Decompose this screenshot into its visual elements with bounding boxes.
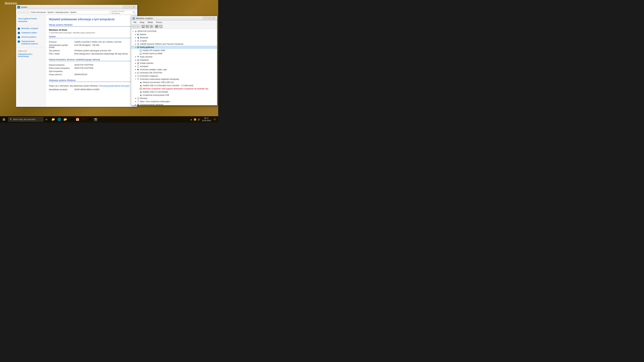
devmgr-maximize-button[interactable]: □ bbox=[207, 17, 211, 20]
svg-rect-40 bbox=[137, 60, 138, 60]
expand-gpu[interactable]: ▼ bbox=[134, 46, 137, 48]
svg-marker-51 bbox=[138, 69, 138, 70]
taskbar-app-display[interactable]: 🖥 bbox=[86, 116, 93, 123]
tree-item-baterie[interactable]: ▶ Baterie bbox=[131, 33, 217, 36]
toolbar-properties[interactable] bbox=[145, 25, 149, 28]
tree-label-usb-realtek: Realtek USB 2.0 Card Reader bbox=[143, 91, 168, 93]
taskbar-app-edge[interactable]: 🌐 bbox=[56, 116, 62, 123]
tree-item-sound[interactable]: ▶ Kontrolery dźwięku, wideo i gier bbox=[131, 68, 217, 71]
sidebar-divider bbox=[16, 25, 46, 25]
minimize-button[interactable]: ─ bbox=[123, 5, 127, 9]
tray-clock[interactable]: 06:17 19.03.2019 bbox=[201, 117, 212, 122]
close-button[interactable]: ✕ bbox=[132, 5, 136, 9]
ide-icon bbox=[137, 71, 140, 74]
expand-komputer[interactable]: ▶ bbox=[134, 65, 137, 68]
tree-item-keyboard[interactable]: ▶ Klawiatury bbox=[131, 58, 217, 62]
expand-mouse[interactable]: ▶ bbox=[134, 100, 137, 103]
sidebar-main-link[interactable]: Strona główna Panelu sterowania bbox=[16, 16, 46, 24]
taskbar-app-security[interactable]: 🛡 bbox=[80, 116, 86, 123]
expand-firmware[interactable]: ▶ bbox=[134, 103, 137, 105]
usb-unknown-icon: ! bbox=[140, 87, 142, 90]
taskbar-app-camera[interactable]: 📸 bbox=[93, 116, 99, 123]
tree-item-usb-composite[interactable]: 🔌 Urządzenie kompozytowe USB bbox=[131, 93, 217, 97]
expand-storage[interactable]: ▶ bbox=[134, 75, 137, 77]
tray-volume[interactable]: 🔊 bbox=[197, 116, 200, 123]
tray-network[interactable]: 📶 bbox=[194, 116, 196, 123]
tree-item-firmware[interactable]: ▶ Oprogramowanie układowe bbox=[131, 103, 217, 105]
tree-item-mouse[interactable]: ▶ Mysz i inne urządzenia wskazujące bbox=[131, 100, 217, 103]
tree-item-usb-realtek[interactable]: 🔌 Realtek USB 2.0 Card Reader bbox=[131, 90, 217, 93]
tree-item-usb-hub[interactable]: 🔌 Główny koncentrator USB (USB 3.0) bbox=[131, 81, 217, 84]
tree-item-intel-hd[interactable]: Intel(R) HD Graphics 5500 bbox=[131, 49, 217, 52]
expand-ide[interactable]: ▶ bbox=[134, 71, 137, 74]
device-tree[interactable]: ▼ 🖥 DESKTOP-OV0TFEM ▶ Baterie ▶ bbox=[131, 29, 217, 105]
tray-overflow[interactable]: ▲ bbox=[190, 116, 193, 123]
tree-item-nvidia[interactable]: NVIDIA GeForce 940M bbox=[131, 52, 217, 55]
expand-usb[interactable]: ▼ bbox=[134, 78, 137, 80]
expand-usb-realtek bbox=[137, 91, 140, 93]
tree-item-usb-unknown[interactable]: ! Nieznane urządzenie USB (żądanie deskr… bbox=[131, 87, 217, 90]
menu-file[interactable]: Plik bbox=[132, 21, 138, 24]
tree-item-komputer[interactable]: ▶ Komputer bbox=[131, 65, 217, 68]
toolbar-display[interactable] bbox=[159, 25, 163, 28]
menu-view[interactable]: Widok bbox=[146, 21, 154, 24]
menu-action[interactable]: Akcja bbox=[138, 21, 146, 24]
usb-hub-icon: 🔌 bbox=[140, 81, 142, 84]
devmgr-close-button[interactable]: ✕ bbox=[212, 17, 216, 20]
expand-network[interactable]: ▶ bbox=[134, 55, 137, 58]
tree-item-monitory[interactable]: ▶ Monitory bbox=[131, 97, 217, 100]
tree-item-bluetooth[interactable]: ▶ Bluetooth bbox=[131, 36, 217, 39]
expand-print[interactable]: ▶ bbox=[134, 62, 137, 64]
sidebar-item-advanced[interactable]: Zaawansowane ustawienia systemu bbox=[16, 39, 46, 46]
taskbar-app-calendar[interactable]: 📅 bbox=[74, 116, 80, 123]
tree-item-usb-intel[interactable]: 🔌 Intel(R) USB 3.0 eXtensible Host Contr… bbox=[131, 84, 217, 87]
system-window-title: System bbox=[21, 6, 123, 8]
sidebar-item-devmgr[interactable]: Menedżer urządzeń bbox=[16, 26, 46, 31]
tree-item-print[interactable]: ▶ Kolejki wydruku bbox=[131, 62, 217, 65]
tree-item-czujniki[interactable]: ▶ Czujniki bbox=[131, 39, 217, 42]
toolbar-info[interactable]: i bbox=[150, 25, 153, 28]
up-button[interactable]: ↑ bbox=[26, 10, 29, 14]
expand-nvidia bbox=[137, 52, 140, 55]
expand-baterie[interactable]: ▶ bbox=[134, 33, 137, 36]
expand-sound[interactable]: ▶ bbox=[134, 68, 137, 71]
activation-link[interactable]: Przeczytaj postanowienia licencyjne bbox=[99, 85, 130, 87]
sidebar-item-protection[interactable]: Ochrona systemu bbox=[16, 35, 46, 39]
expand-monitory[interactable]: ▶ bbox=[134, 97, 137, 100]
taskbar-search[interactable]: 🔍 Wpisz tutaj, aby wyszukać bbox=[8, 117, 44, 122]
pen-value: Brak obsługi pióra i wprowadzania dotyko… bbox=[74, 53, 128, 55]
sidebar-item-remote[interactable]: Ustawienia zdalne bbox=[16, 31, 46, 35]
expand-root[interactable]: ▼ bbox=[132, 30, 134, 32]
expand-keyboard[interactable]: ▶ bbox=[134, 59, 137, 61]
start-button[interactable]: ⊞ bbox=[0, 116, 8, 123]
tree-item-network[interactable]: ▶ Karty sieciowe bbox=[131, 55, 217, 58]
maximize-button[interactable]: □ bbox=[127, 5, 132, 9]
sidebar-see-also-item[interactable]: Zabezpieczenia i konserwacja bbox=[16, 52, 46, 58]
back-button[interactable]: ← bbox=[18, 10, 21, 14]
breadcrumb[interactable]: Panel sterowania › System i zabezpieczen… bbox=[30, 10, 110, 14]
toolbar-scan[interactable] bbox=[155, 25, 158, 28]
taskbar-app-files[interactable]: 📂 bbox=[62, 116, 68, 123]
forward-button[interactable]: → bbox=[22, 10, 25, 14]
expand-bluetooth[interactable]: ▶ bbox=[134, 36, 137, 39]
expand-intel-dynamic[interactable]: ▶ bbox=[134, 43, 137, 45]
devmgr-minimize-button[interactable]: ─ bbox=[203, 17, 207, 20]
taskbar-app-mail[interactable]: ✉ bbox=[68, 116, 74, 123]
toolbar-forward[interactable]: → bbox=[136, 25, 140, 28]
tree-item-intel-dynamic[interactable]: ▶ Intel(R) Dynamic Platform and Thermal … bbox=[131, 42, 217, 46]
menu-help[interactable]: Pomoc bbox=[154, 21, 164, 24]
toolbar-back[interactable]: ← bbox=[132, 25, 136, 28]
tree-item-ide[interactable]: ▶ Kontrolery IDE ATA/ATAPI bbox=[131, 71, 217, 74]
expand-czujniki[interactable]: ▶ bbox=[134, 39, 137, 42]
tree-item-usb[interactable]: ▼ Kontrolery uniwersalnej magistrali sze… bbox=[131, 77, 217, 81]
description-row: Opis komputera: bbox=[49, 70, 134, 73]
search-box[interactable]: Szukaj w Panelu sterowania 🔍 bbox=[110, 10, 136, 14]
taskbar-app-explorer[interactable]: 📁 bbox=[50, 116, 56, 123]
task-view-button[interactable]: ⧉ bbox=[44, 116, 50, 123]
tree-root[interactable]: ▼ 🖥 DESKTOP-OV0TFEM bbox=[131, 30, 217, 33]
tree-item-storage[interactable]: ▶ Kontrolery magazynu bbox=[131, 74, 217, 77]
taskbar-tray: ▲ 📶 🔊 06:17 19.03.2019 🗨 bbox=[188, 116, 218, 123]
notification-button[interactable]: 🗨 bbox=[212, 116, 217, 123]
toolbar-computer[interactable] bbox=[141, 25, 145, 28]
tree-item-gpu[interactable]: ▼ Karty graficzne bbox=[131, 46, 217, 49]
